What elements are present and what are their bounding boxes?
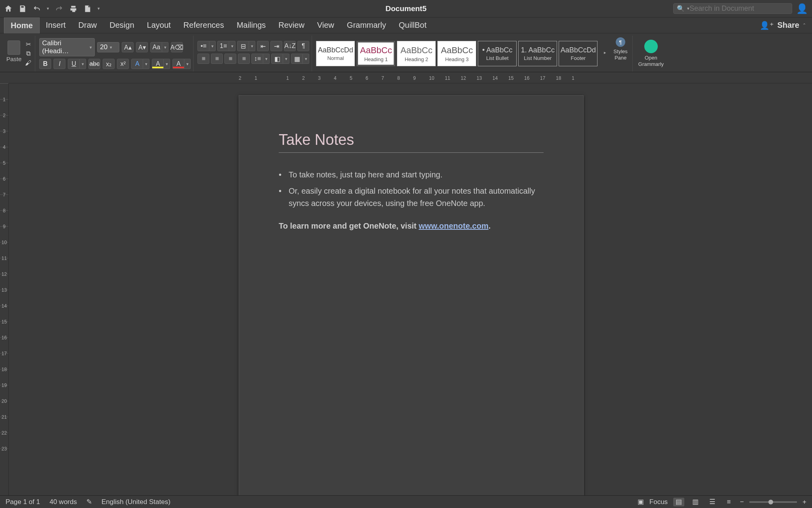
- undo-icon[interactable]: [33, 4, 41, 13]
- highlight-dropdown[interactable]: ▾: [164, 59, 170, 69]
- tab-design[interactable]: Design: [103, 17, 140, 33]
- document-page[interactable]: Take Notes To take notes, just tap here …: [239, 95, 584, 495]
- user-icon[interactable]: 👤: [796, 3, 808, 14]
- cut-icon[interactable]: ✂: [24, 40, 33, 48]
- list-item[interactable]: To take notes, just tap here and start t…: [279, 169, 544, 181]
- web-layout-view-icon[interactable]: ▥: [690, 498, 701, 506]
- styles-more-icon[interactable]: ▸: [604, 50, 606, 55]
- style-heading-2[interactable]: AaBbCcHeading 2: [397, 41, 436, 66]
- tab-view[interactable]: View: [311, 17, 341, 33]
- vertical-ruler[interactable]: 1234567891011121314151617181920212223: [0, 83, 9, 495]
- redo-icon[interactable]: [55, 4, 63, 13]
- highlight-button[interactable]: A: [152, 59, 164, 69]
- tab-home[interactable]: Home: [4, 17, 40, 33]
- font-size-combo[interactable]: 20▾: [97, 42, 119, 52]
- style-heading-1[interactable]: AaBbCcHeading 1: [356, 41, 395, 66]
- style-list-number[interactable]: 1. AaBbCcList Number: [518, 41, 557, 66]
- copy-icon[interactable]: ⧉: [24, 50, 33, 57]
- bullets-icon[interactable]: •≡: [197, 41, 209, 51]
- numbering-dropdown[interactable]: ▾: [229, 41, 236, 51]
- underline-button[interactable]: U: [68, 59, 80, 69]
- sort-icon[interactable]: A↓Z: [284, 41, 296, 51]
- tab-insert[interactable]: Insert: [40, 17, 72, 33]
- style-heading-3[interactable]: AaBbCcHeading 3: [437, 41, 476, 66]
- superscript-button[interactable]: x²: [117, 59, 129, 69]
- tab-layout[interactable]: Layout: [141, 17, 177, 33]
- subscript-button[interactable]: x₂: [103, 59, 115, 69]
- clear-formatting-icon[interactable]: A⌫: [171, 42, 183, 52]
- focus-label[interactable]: Focus: [649, 498, 668, 506]
- multilevel-list-icon[interactable]: ⊟: [237, 41, 249, 51]
- bold-button[interactable]: B: [39, 59, 51, 69]
- style-normal[interactable]: AaBbCcDdNormal: [316, 41, 355, 66]
- italic-button[interactable]: I: [54, 59, 65, 69]
- word-count[interactable]: 40 words: [50, 498, 77, 506]
- bullet-list[interactable]: To take notes, just tap here and start t…: [279, 169, 544, 210]
- undo-dropdown-icon[interactable]: ▾: [47, 6, 49, 11]
- font-color-dropdown[interactable]: ▾: [184, 59, 191, 69]
- draft-view-icon[interactable]: ≡: [723, 498, 734, 506]
- bullets-dropdown[interactable]: ▾: [209, 41, 216, 51]
- save-icon[interactable]: [18, 4, 27, 13]
- change-case-dropdown[interactable]: ▾: [162, 42, 169, 52]
- show-marks-icon[interactable]: ¶: [297, 41, 309, 51]
- font-color-button[interactable]: A: [172, 59, 184, 69]
- numbering-icon[interactable]: 1≡: [217, 41, 229, 51]
- search-input[interactable]: [689, 4, 789, 13]
- decrease-font-icon[interactable]: A▾: [136, 42, 148, 52]
- style-footer[interactable]: AaBbCcDdFooter: [559, 41, 598, 66]
- font-name-combo[interactable]: Calibri (Headi…▾: [39, 38, 95, 56]
- qat-customize-icon[interactable]: ▾: [98, 6, 100, 11]
- focus-mode-icon[interactable]: ▣: [638, 498, 644, 506]
- open-grammarly-button[interactable]: Open Grammarly: [635, 38, 667, 69]
- share-button[interactable]: Share: [777, 21, 799, 30]
- format-painter-icon[interactable]: 🖌: [24, 60, 33, 67]
- underline-dropdown[interactable]: ▾: [80, 59, 86, 69]
- shading-icon[interactable]: ◧: [271, 54, 283, 64]
- align-right-icon[interactable]: ≡: [224, 54, 236, 64]
- list-item[interactable]: Or, easily create a digital notebook for…: [279, 185, 544, 210]
- zoom-slider[interactable]: [749, 501, 797, 503]
- tab-quillbot[interactable]: QuillBot: [393, 17, 433, 33]
- zoom-out-icon[interactable]: −: [740, 498, 744, 506]
- outline-view-icon[interactable]: ☰: [707, 498, 718, 506]
- paste-button[interactable]: Paste: [6, 40, 21, 62]
- search-box[interactable]: 🔍 ▾: [673, 3, 792, 14]
- quick-print-icon[interactable]: [83, 4, 92, 13]
- borders-dropdown[interactable]: ▾: [303, 54, 309, 64]
- align-left-icon[interactable]: ≡: [197, 54, 209, 64]
- text-effects-button[interactable]: A: [131, 59, 143, 69]
- print-icon[interactable]: [69, 4, 78, 13]
- tab-draw[interactable]: Draw: [72, 17, 103, 33]
- increase-indent-icon[interactable]: ⇥: [270, 41, 282, 51]
- text-effects-dropdown[interactable]: ▾: [143, 59, 149, 69]
- strikethrough-button[interactable]: abc: [88, 59, 100, 69]
- style-list-bullet[interactable]: • AaBbCcList Bullet: [478, 41, 517, 66]
- language-status[interactable]: English (United States): [102, 498, 170, 506]
- multilevel-dropdown[interactable]: ▾: [249, 41, 255, 51]
- tab-review[interactable]: Review: [272, 17, 311, 33]
- line-spacing-icon[interactable]: ↕≡: [251, 54, 263, 64]
- horizontal-ruler[interactable]: 211234567891011121314151617181: [9, 72, 812, 83]
- increase-font-icon[interactable]: A▴: [122, 42, 134, 52]
- line-spacing-dropdown[interactable]: ▾: [263, 54, 270, 64]
- print-layout-view-icon[interactable]: ▤: [673, 498, 684, 506]
- spell-check-icon[interactable]: ✎: [86, 498, 92, 506]
- shading-dropdown[interactable]: ▾: [283, 54, 289, 64]
- align-center-icon[interactable]: ≡: [211, 54, 223, 64]
- decrease-indent-icon[interactable]: ⇤: [257, 41, 269, 51]
- borders-icon[interactable]: ▦: [291, 54, 303, 64]
- styles-pane-button[interactable]: ¶ Styles Pane: [610, 36, 630, 62]
- zoom-in-icon[interactable]: +: [802, 498, 806, 506]
- tab-grammarly[interactable]: Grammarly: [341, 17, 393, 33]
- page-count[interactable]: Page 1 of 1: [6, 498, 40, 506]
- onenote-link[interactable]: www.onenote.com: [419, 221, 488, 230]
- change-case-icon[interactable]: Aa: [150, 42, 162, 52]
- heading-take-notes[interactable]: Take Notes: [279, 131, 544, 153]
- tab-mailings[interactable]: Mailings: [230, 17, 272, 33]
- home-icon[interactable]: [4, 4, 13, 13]
- collapse-ribbon-icon[interactable]: ⌃: [802, 23, 806, 28]
- justify-icon[interactable]: ≡: [238, 54, 250, 64]
- footer-paragraph[interactable]: To learn more and get OneNote, visit www…: [279, 221, 544, 231]
- tab-references[interactable]: References: [177, 17, 230, 33]
